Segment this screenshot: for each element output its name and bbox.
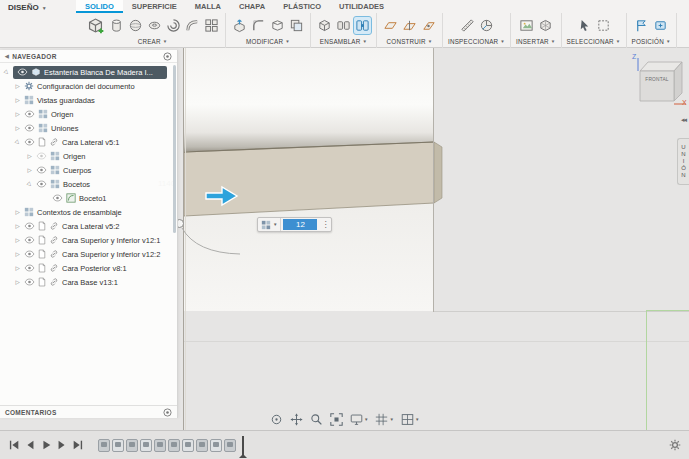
group-dropdown-ensamblar[interactable]: ENSAMBLAR▼ <box>320 38 367 45</box>
joint-direction-arrow-manipulator[interactable] <box>205 185 239 207</box>
group-dropdown-inspeccionar[interactable]: INSPECCIONAR▼ <box>448 38 505 45</box>
step-forward-button[interactable] <box>56 439 68 451</box>
model-upper-panel[interactable] <box>184 48 434 151</box>
offset-value-input[interactable]: 12 <box>283 219 317 230</box>
group-dropdown-posicion[interactable]: POSICIÓN▼ <box>632 38 671 45</box>
zoom-button[interactable] <box>308 412 325 427</box>
torus-tool-button[interactable] <box>146 17 163 34</box>
revert-position-tool-button[interactable] <box>652 17 669 34</box>
group-dropdown-modificar[interactable]: MODIFICAR▼ <box>246 38 290 45</box>
expand-arrow-icon[interactable]: ▷ <box>13 137 23 147</box>
panel-target-icon[interactable] <box>163 52 172 61</box>
visibility-eye-icon[interactable] <box>24 264 35 272</box>
timeline-position-marker[interactable] <box>242 436 244 455</box>
pipe-tool-button[interactable] <box>184 17 201 34</box>
navigator-item-cara-base[interactable]: ▷ Cara Base v13:1 <box>0 275 177 289</box>
navigator-item-contextos[interactable]: ▷ Contextos de ensamblaje <box>0 205 177 219</box>
measure-tool-button[interactable] <box>459 17 476 34</box>
tab-utilidades[interactable]: UTILIDADES <box>330 0 393 13</box>
select-tool-button[interactable] <box>576 17 593 34</box>
expand-arrow-icon[interactable]: ▷ <box>14 279 21 286</box>
timeline-feature-icon[interactable] <box>196 439 208 452</box>
timeline-feature-icon[interactable] <box>112 439 124 452</box>
viewcube-front-face-label[interactable]: FRONTAL <box>640 77 674 82</box>
timeline-feature-icon[interactable] <box>98 439 110 452</box>
collapse-left-icon[interactable]: ◀ <box>5 53 9 59</box>
shell-tool-button[interactable] <box>269 17 286 34</box>
visibility-eye-icon[interactable] <box>36 152 47 160</box>
grid-settings-button[interactable]: ▼ <box>373 412 395 427</box>
tab-solido[interactable]: SOLIDO <box>76 0 123 13</box>
visibility-eye-icon[interactable] <box>24 124 35 132</box>
navigator-item-cara-superior-2[interactable]: ▷ Cara Superior y Inferior v12:2 <box>0 247 177 261</box>
expand-arrow-icon[interactable]: ▷ <box>14 237 21 244</box>
navigator-item-boceto1[interactable]: ▷ Boceto1 <box>0 191 177 205</box>
joint-tool-button[interactable] <box>354 17 371 34</box>
timeline-feature-icon[interactable] <box>210 439 222 452</box>
coil-tool-button[interactable] <box>165 17 182 34</box>
group-dropdown-insertar[interactable]: INSERTAR▼ <box>516 38 556 45</box>
visibility-eye-icon[interactable] <box>24 250 35 258</box>
timeline-feature-icon[interactable] <box>224 439 236 452</box>
skip-to-start-button[interactable] <box>8 439 20 451</box>
expand-arrow-icon[interactable]: ▷ <box>26 167 33 174</box>
expand-arrow-icon[interactable]: ▷ <box>14 97 21 104</box>
expand-arrow-icon[interactable]: ▷ <box>2 67 12 77</box>
offset-mode-button[interactable]: ▼ <box>258 218 281 231</box>
play-button[interactable] <box>40 439 52 451</box>
visibility-eye-icon[interactable] <box>52 194 63 202</box>
visibility-eye-icon[interactable] <box>36 180 47 188</box>
visibility-eye-icon[interactable] <box>17 68 28 76</box>
panel-target-icon[interactable] <box>163 408 172 417</box>
visibility-eye-icon[interactable] <box>24 110 35 118</box>
viewports-button[interactable]: ▼ <box>399 412 421 427</box>
expand-arrow-icon[interactable]: ▷ <box>25 179 35 189</box>
tab-plastico[interactable]: PLÁSTICO <box>274 0 330 13</box>
timeline-feature-icon[interactable] <box>140 439 152 452</box>
tab-malla[interactable]: MALLA <box>186 0 230 13</box>
tab-superficie[interactable]: SUPERFICIE <box>123 0 186 13</box>
selected-root-pill[interactable]: Estantería Blanca De Madera I... <box>13 66 167 79</box>
insert-canvas-tool-button[interactable] <box>518 17 535 34</box>
timeline-feature-icon[interactable] <box>126 439 138 452</box>
navigator-item-cara-lateral-2[interactable]: ▷ Cara Lateral v5:2 <box>0 219 177 233</box>
viewcube-faces[interactable] <box>630 55 688 111</box>
navigator-item-cara-lateral-1[interactable]: ▷ Cara Lateral v5:1 <box>0 135 177 149</box>
expand-arrow-icon[interactable]: ▷ <box>14 209 21 216</box>
expand-arrow-icon[interactable]: ▷ <box>14 125 21 132</box>
visibility-eye-icon[interactable] <box>24 222 35 230</box>
expand-arrow-icon[interactable]: ▷ <box>14 111 21 118</box>
display-settings-button[interactable]: ▼ <box>348 412 370 427</box>
skip-to-end-button[interactable] <box>72 439 84 451</box>
fit-button[interactable] <box>328 412 345 427</box>
visibility-eye-icon[interactable] <box>36 166 47 174</box>
group-dropdown-construir[interactable]: CONSTRUIR▼ <box>387 38 433 45</box>
navigator-item-origen-sub[interactable]: ▷ Origen <box>0 149 177 163</box>
insert-mesh-tool-button[interactable] <box>537 17 554 34</box>
angled-plane-tool-button[interactable] <box>401 17 418 34</box>
collapse-panel-button[interactable]: ◂◂ <box>681 116 686 124</box>
sphere-tool-button[interactable] <box>127 17 144 34</box>
navigator-item-bocetos[interactable]: ▷ Bocetos <box>0 177 177 191</box>
step-back-button[interactable] <box>24 439 36 451</box>
navigator-item-saved-views[interactable]: ▷ Vistas guardadas <box>0 93 177 107</box>
press-pull-tool-button[interactable] <box>231 17 248 34</box>
navigator-item-uniones[interactable]: ▷ Uniones <box>0 121 177 135</box>
timeline-settings-button[interactable] <box>669 439 681 451</box>
expand-arrow-icon[interactable]: ▷ <box>14 83 21 90</box>
navigator-header[interactable]: ◀ NAVEGADOR <box>0 50 177 63</box>
navigator-item-doc-settings[interactable]: ▷ Configuración del documento <box>0 79 177 93</box>
offset-plane-tool-button[interactable] <box>382 17 399 34</box>
joint-dialog-tab[interactable]: UNIÓN <box>677 138 689 185</box>
capture-position-tool-button[interactable] <box>633 17 650 34</box>
new-body-box-tool-button[interactable] <box>85 15 106 36</box>
pattern-tool-button[interactable] <box>203 17 220 34</box>
expand-arrow-icon[interactable]: ▷ <box>14 223 21 230</box>
navigator-item-cara-superior-1[interactable]: ▷ Cara Superior y Inferior v12:1 <box>0 233 177 247</box>
model-shelf-face[interactable] <box>184 140 444 226</box>
new-component-tool-button[interactable] <box>316 17 333 34</box>
design-menu-button[interactable]: DISEÑO ▼ <box>8 3 47 12</box>
navigator-item-cara-posterior[interactable]: ▷ Cara Posterior v8:1 <box>0 261 177 275</box>
expand-arrow-icon[interactable]: ▷ <box>14 251 21 258</box>
timeline-feature-icon[interactable] <box>182 439 194 452</box>
